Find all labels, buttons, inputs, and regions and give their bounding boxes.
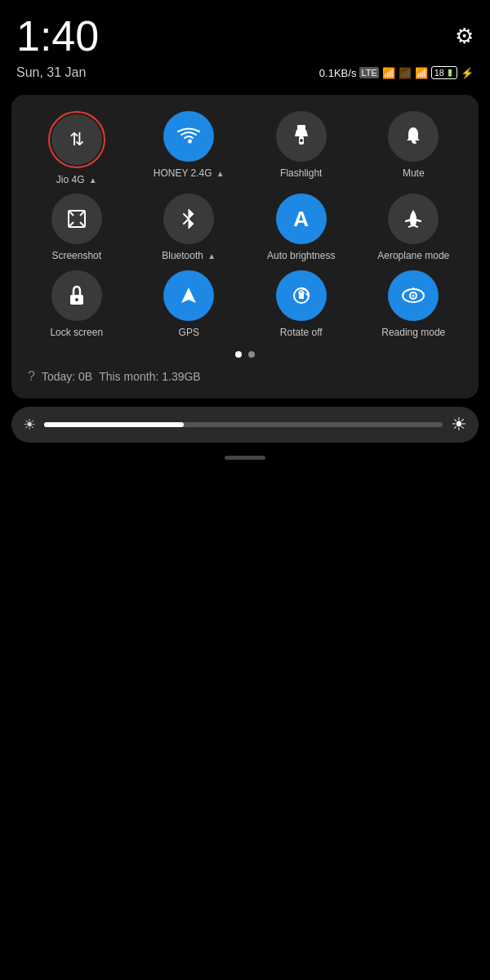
brightness-track[interactable] (44, 422, 443, 427)
signal-bars-2: 📶 (399, 67, 412, 79)
tile-rotateoff[interactable]: Rotate off (249, 270, 354, 338)
gps-icon (178, 285, 199, 306)
tile-aeroplane[interactable]: Aeroplane mode (362, 194, 466, 261)
tile-screenshot-circle (51, 194, 102, 244)
autobrightness-icon: A (293, 207, 309, 232)
svg-point-10 (75, 298, 78, 301)
rotate-icon (291, 285, 312, 306)
clock-display: 1:40 (16, 15, 99, 57)
tile-readingmode[interactable]: Reading mode (362, 270, 466, 338)
wifi-status-icon: 📶 (415, 67, 428, 79)
charging-icon: ⚡ (461, 67, 474, 79)
tile-jio4g-circle: ⇅ (51, 114, 102, 165)
svg-rect-0 (297, 125, 305, 130)
data-usage-thismonth: This month: 1.39GB (99, 370, 201, 383)
tile-gps-circle (163, 270, 214, 321)
mute-icon (403, 126, 423, 147)
tile-readingmode-label: Reading mode (381, 327, 445, 338)
pagination-dot-1 (235, 351, 242, 358)
pagination-dots (24, 351, 466, 358)
data-usage-today: Today: 0B (42, 370, 92, 383)
flashlight-icon (292, 125, 311, 148)
tile-bluetooth-label: Bluetooth ▲ (162, 250, 216, 261)
reading-mode-icon (401, 287, 425, 304)
lte-icon: LTE (359, 67, 378, 78)
tile-bluetooth[interactable]: Bluetooth ▲ (137, 194, 242, 261)
status-bar: 1:40 ⚙ (0, 0, 490, 64)
brightness-low-icon: ☀ (23, 416, 36, 434)
tile-autobrightness-label: Auto brightness (267, 250, 335, 261)
tile-screenshot-label: Screenshot (51, 250, 101, 261)
signal-bars: 📶 (382, 67, 395, 79)
svg-rect-13 (299, 292, 304, 299)
tile-flashlight[interactable]: Flashlight (249, 111, 354, 185)
brightness-bar-container[interactable]: ☀ ☀ (11, 407, 479, 443)
lock-icon (68, 284, 86, 307)
pagination-dot-2 (248, 351, 255, 358)
data-usage-row: ? Today: 0B This month: 1.39GB (24, 366, 466, 385)
status-icons: 0.1KB/s LTE 📶 📶 📶 18🔋 ⚡ (319, 66, 474, 79)
svg-marker-1 (295, 130, 308, 136)
tile-bluetooth-circle (163, 194, 214, 244)
tile-gps[interactable]: GPS (137, 270, 242, 338)
tile-aeroplane-circle (388, 194, 439, 244)
tile-jio4g-label: Jio 4G ▲ (56, 174, 97, 185)
network-speed: 0.1KB/s (319, 67, 357, 79)
aeroplane-icon (402, 207, 425, 230)
date-display: Sun, 31 Jan (16, 65, 86, 80)
tile-screenshot[interactable]: Screenshot (24, 194, 129, 261)
tile-rotateoff-circle (276, 270, 327, 321)
quick-settings-panel: ⇅ Jio 4G ▲ HONEY 2.4G ▲ (11, 95, 479, 399)
tile-lockscreen-label: Lock screen (50, 327, 103, 338)
screenshot-icon (65, 207, 88, 230)
bottom-handle (225, 456, 265, 460)
jio4g-icon: ⇅ (69, 129, 84, 150)
tile-jio4g[interactable]: ⇅ Jio 4G ▲ (24, 111, 129, 185)
brightness-high-icon: ☀ (451, 414, 467, 435)
tile-autobrightness[interactable]: A Auto brightness (249, 194, 354, 261)
tile-lockscreen[interactable]: Lock screen (24, 270, 129, 338)
wifi-icon (177, 127, 200, 145)
tile-wifi-label: HONEY 2.4G ▲ (154, 167, 225, 179)
battery-indicator: 18🔋 (431, 66, 457, 79)
tile-mute-circle (388, 111, 439, 162)
svg-point-16 (412, 294, 415, 296)
tile-mute-label: Mute (403, 167, 425, 179)
data-usage-icon: ? (28, 369, 35, 384)
settings-icon[interactable]: ⚙ (455, 24, 474, 49)
tile-flashlight-label: Flashlight (280, 167, 322, 179)
svg-point-3 (300, 139, 303, 142)
tile-readingmode-circle (388, 270, 439, 321)
svg-line-18 (408, 289, 410, 291)
tile-rotateoff-label: Rotate off (280, 327, 323, 338)
tile-mute[interactable]: Mute (362, 111, 466, 185)
tile-flashlight-circle (276, 111, 327, 162)
tile-wifi-circle (163, 111, 214, 162)
tile-aeroplane-label: Aeroplane mode (377, 250, 449, 261)
tile-wifi[interactable]: HONEY 2.4G ▲ (137, 111, 242, 185)
svg-line-19 (417, 289, 419, 291)
tile-gps-label: GPS (179, 327, 199, 338)
tiles-grid: ⇅ Jio 4G ▲ HONEY 2.4G ▲ (24, 111, 466, 338)
brightness-fill (44, 422, 184, 427)
tile-lockscreen-circle (51, 270, 102, 321)
status-row: Sun, 31 Jan 0.1KB/s LTE 📶 📶 📶 18🔋 ⚡ (0, 64, 490, 88)
tile-autobrightness-circle: A (276, 194, 327, 244)
bluetooth-icon (181, 207, 196, 230)
